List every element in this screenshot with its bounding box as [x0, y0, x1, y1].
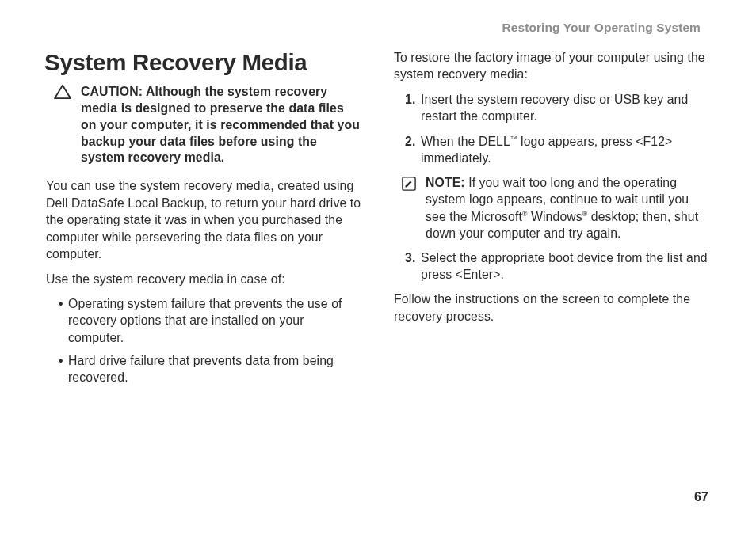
step-item: When the DELL™ logo appears, press <F12>…	[405, 133, 710, 167]
bullet-list: Operating system failure that prevents t…	[46, 295, 362, 386]
right-column: To restore the factory image of your com…	[394, 49, 710, 393]
paragraph: To restore the factory image of your com…	[394, 49, 710, 83]
note-block: NOTE: If you wait too long and the opera…	[402, 174, 710, 241]
step-item: Select the appropriate boot device from …	[405, 249, 710, 283]
manual-page: Restoring Your Operating System System R…	[0, 0, 756, 536]
note-label: NOTE:	[426, 176, 465, 189]
paragraph: You can use the system recovery media, c…	[46, 177, 362, 262]
bullet-item: Hard drive failure that prevents data fr…	[60, 352, 362, 386]
step-list-continued: Select the appropriate boot device from …	[394, 249, 710, 283]
step-list: Insert the system recovery disc or USB k…	[394, 91, 710, 166]
trademark-symbol: ™	[510, 134, 517, 142]
section-title: System Recovery Media	[44, 49, 362, 76]
step-text: When the DELL	[421, 135, 510, 148]
step-item: Insert the system recovery disc or USB k…	[405, 91, 710, 125]
note-text: NOTE: If you wait too long and the opera…	[426, 174, 710, 241]
running-head: Restoring Your Operating System	[46, 21, 701, 35]
note-body: Windows	[528, 210, 582, 223]
bullet-item: Operating system failure that prevents t…	[60, 295, 362, 346]
svg-marker-0	[55, 86, 71, 98]
left-column: System Recovery Media CAUTION: Although …	[46, 49, 362, 393]
two-column-layout: System Recovery Media CAUTION: Although …	[46, 49, 710, 393]
caution-triangle-icon	[54, 84, 73, 166]
paragraph: Use the system recovery media in case of…	[46, 271, 362, 287]
caution-block: CAUTION: Although the system recovery me…	[54, 84, 362, 166]
page-number: 67	[694, 490, 708, 504]
paragraph: Follow the instructions on the screen to…	[394, 291, 710, 325]
caution-text: CAUTION: Although the system recovery me…	[81, 84, 362, 166]
note-pencil-icon	[402, 177, 418, 241]
